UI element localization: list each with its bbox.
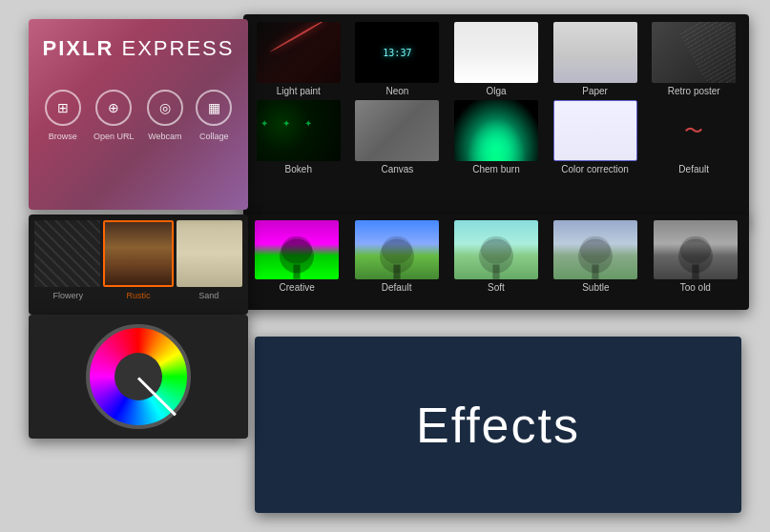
svg-point-5: [381, 236, 411, 264]
preset-too-old[interactable]: Too old: [648, 220, 743, 293]
filter-label-light-paint: Light paint: [277, 86, 321, 96]
pixlr-icon-bar: ⊞ Browse ⊕ Open URL ◎ Webcam ▦ Collage: [29, 71, 248, 151]
tree-default-svg: [355, 226, 439, 279]
preset-thumb-creative: [255, 220, 339, 279]
filter-thumb-neon: 13:37: [355, 22, 439, 83]
filter-label-olga: Olga: [486, 86, 506, 96]
filter-label-color-correction: Color correction: [561, 164, 629, 174]
filter-color-correction[interactable]: Color correction: [548, 100, 643, 174]
filter-thumb-retro-poster: [652, 22, 736, 83]
filter-retro-poster[interactable]: Retro poster: [646, 22, 741, 96]
pixlr-brand: PIXLR: [43, 36, 114, 60]
collage-icon: ▦: [196, 90, 232, 126]
filter-bokeh[interactable]: Bokeh: [251, 100, 346, 174]
browse-label: Browse: [49, 132, 77, 141]
svg-point-8: [481, 236, 511, 264]
browse-button[interactable]: ⊞ Browse: [45, 90, 81, 141]
filter-olga[interactable]: Olga: [448, 22, 544, 96]
filter-label-neon: Neon: [385, 86, 408, 96]
texture-strips: [34, 220, 242, 287]
filter-default-1[interactable]: Default: [646, 100, 741, 174]
filter-panel: Light paint 13:37 Neon Olga Paper Retro …: [243, 14, 749, 224]
presets-grid: Creative Default: [249, 220, 743, 293]
texture-label-rustic: Rustic: [105, 291, 173, 300]
colorwheel-panel: [29, 315, 248, 439]
neon-time: 13:37: [383, 48, 411, 58]
filter-paper[interactable]: Paper: [548, 22, 643, 96]
collage-label: Collage: [199, 132, 229, 141]
texture-flowery[interactable]: [34, 220, 100, 287]
svg-point-11: [580, 236, 611, 264]
effects-panel: Effects: [255, 337, 741, 513]
filter-grid-row2: Bokeh Canvas Chem burn Color correction …: [251, 100, 741, 174]
preset-thumb-subtle: [553, 220, 637, 279]
open-url-button[interactable]: ⊕ Open URL: [94, 90, 135, 141]
preset-subtle[interactable]: Subtle: [548, 220, 643, 293]
tree-creative-svg: [255, 226, 339, 279]
tree-subtle-svg: [553, 226, 637, 279]
tree-creative: [255, 220, 339, 279]
preset-label-too-old: Too old: [680, 282, 711, 293]
filter-chem-burn[interactable]: Chem burn: [448, 100, 544, 174]
webcam-icon: ◎: [147, 90, 183, 126]
tree-default: [355, 220, 439, 279]
filter-label-bokeh: Bokeh: [285, 164, 312, 174]
filter-thumb-chem-burn: [454, 100, 538, 161]
tree-subtle: [553, 220, 637, 279]
preset-label-subtle: Subtle: [582, 282, 609, 293]
color-wheel[interactable]: [86, 324, 191, 429]
texture-label-flowery: Flowery: [34, 291, 102, 300]
preset-label-creative: Creative: [280, 282, 315, 293]
collage-button[interactable]: ▦ Collage: [196, 90, 232, 141]
presets-panel: Creative Default: [243, 215, 749, 310]
open-url-icon: ⊕: [95, 90, 132, 126]
texture-labels: Flowery Rustic Sand: [34, 291, 242, 300]
webcam-button[interactable]: ◎ Webcam: [147, 90, 183, 141]
preset-label-default: Default: [382, 282, 412, 293]
filter-thumb-color-correction: [553, 100, 637, 161]
open-url-label: Open URL: [94, 132, 135, 141]
tree-too-old: [654, 220, 738, 279]
filter-thumb-olga: [454, 22, 538, 83]
filter-grid-row1: Light paint 13:37 Neon Olga Paper Retro …: [251, 22, 741, 96]
filter-label-chem-burn: Chem burn: [472, 164, 519, 174]
filter-thumb-paper: [553, 22, 637, 83]
preset-default[interactable]: Default: [348, 220, 444, 293]
texture-label-sand: Sand: [175, 291, 242, 300]
browse-icon: ⊞: [45, 90, 81, 126]
tree-too-old-svg: [654, 226, 738, 279]
preset-soft[interactable]: Soft: [448, 220, 544, 293]
filter-neon[interactable]: 13:37 Neon: [350, 22, 446, 96]
texture-rustic[interactable]: [103, 220, 173, 287]
filter-label-canvas: Canvas: [381, 164, 413, 174]
pixlr-subtitle: EXPRESS: [121, 36, 234, 60]
svg-point-2: [281, 236, 312, 264]
filter-canvas[interactable]: Canvas: [350, 100, 446, 174]
filter-label-paper: Paper: [582, 86, 608, 96]
tree-soft: [454, 220, 538, 279]
filter-label-default-1: Default: [678, 164, 709, 174]
texture-sand[interactable]: [177, 220, 242, 287]
pixlr-title: PIXLR EXPRESS: [29, 19, 248, 71]
preset-thumb-soft: [454, 220, 538, 279]
preset-thumb-too-old: [654, 220, 738, 279]
webcam-label: Webcam: [148, 132, 181, 141]
filter-thumb-bokeh: [257, 100, 341, 161]
texture-panel: Flowery Rustic Sand: [29, 215, 248, 315]
preset-thumb-default: [355, 220, 439, 279]
tree-soft-svg: [454, 226, 538, 279]
preset-label-soft: Soft: [488, 282, 505, 293]
filter-light-paint[interactable]: Light paint: [251, 22, 346, 96]
filter-label-retro-poster: Retro poster: [668, 86, 720, 96]
filter-thumb-default-1: [652, 100, 736, 161]
filter-thumb-canvas: [355, 100, 439, 161]
effects-title: Effects: [416, 397, 580, 454]
preset-creative[interactable]: Creative: [249, 220, 344, 293]
pixlr-express-panel: PIXLR EXPRESS ⊞ Browse ⊕ Open URL ◎ Webc…: [29, 19, 248, 210]
svg-point-14: [680, 236, 711, 264]
filter-thumb-light-paint: [257, 22, 341, 83]
